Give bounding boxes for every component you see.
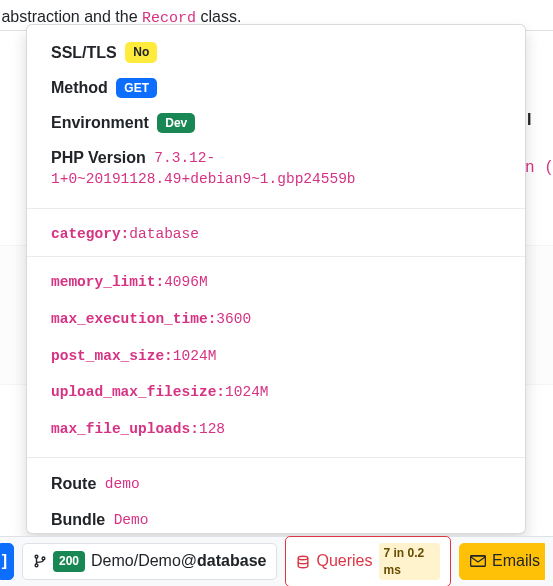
route-value: demo bbox=[105, 476, 140, 492]
ini-value: 3600 bbox=[216, 311, 251, 327]
ssl-label: SSL/TLS bbox=[51, 44, 117, 61]
category-value: database bbox=[129, 226, 199, 242]
status-code-badge: 200 bbox=[53, 551, 85, 572]
svg-point-1 bbox=[35, 564, 38, 567]
php-version-row: PHP Version 7.3.12-1+0~20191128.49+debia… bbox=[51, 148, 501, 190]
queries-button[interactable]: Queries 7 in 0.2 ms bbox=[285, 536, 451, 586]
routing-section: Route demo Bundle Demo Controller Demo A… bbox=[27, 457, 525, 534]
route-path-prefix: Demo/Demo bbox=[91, 552, 181, 569]
route-path-at: @ bbox=[181, 552, 197, 569]
text-fragment: I bbox=[527, 111, 531, 128]
route-row: Route demo bbox=[51, 474, 501, 495]
database-icon bbox=[296, 555, 310, 569]
request-info-popover: SSL/TLS No Method GET Environment Dev PH… bbox=[26, 24, 526, 534]
route-info-button[interactable]: 200 Demo/Demo@database bbox=[22, 543, 277, 579]
environment-row: Environment Dev bbox=[51, 113, 501, 134]
emails-label: Emails bbox=[492, 550, 540, 572]
emails-button[interactable]: Emails bbox=[459, 543, 545, 579]
ini-value: 128 bbox=[199, 421, 225, 437]
route-path-action: database bbox=[197, 552, 266, 569]
method-badge: GET bbox=[116, 78, 157, 99]
background-text-line: I bbox=[527, 111, 553, 131]
environment-badge: Dev bbox=[157, 113, 195, 134]
ini-key: upload_max_filesize: bbox=[51, 384, 225, 400]
ini-key: post_max_size: bbox=[51, 348, 173, 364]
queries-in-text: in bbox=[390, 546, 407, 560]
queries-ms-unit: ms bbox=[384, 563, 401, 577]
ini-row: post_max_size:1024M bbox=[51, 347, 501, 366]
ini-row: max_file_uploads:128 bbox=[51, 420, 501, 439]
ini-value: 4096M bbox=[164, 274, 208, 290]
git-branch-icon bbox=[33, 554, 47, 568]
ini-key: max_file_uploads: bbox=[51, 421, 199, 437]
code-fragment: n ( bbox=[525, 159, 553, 177]
ssl-badge: No bbox=[125, 42, 157, 63]
method-label: Method bbox=[51, 79, 108, 96]
bundle-row: Bundle Demo bbox=[51, 510, 501, 531]
svg-point-2 bbox=[42, 557, 45, 560]
environment-label: Environment bbox=[51, 114, 149, 131]
method-row: Method GET bbox=[51, 78, 501, 99]
ini-row: max_execution_time:3600 bbox=[51, 310, 501, 329]
php-version-label: PHP Version bbox=[51, 149, 146, 166]
category-key: category: bbox=[51, 226, 129, 242]
ssl-row: SSL/TLS No bbox=[51, 43, 501, 64]
debug-toolbar: ] 200 Demo/Demo@database Queries 7 in 0.… bbox=[0, 536, 553, 586]
bracket-icon: ] bbox=[2, 550, 7, 572]
ini-row: memory_limit:4096M bbox=[51, 273, 501, 292]
toolbar-leading-button[interactable]: ] bbox=[0, 543, 14, 579]
envelope-icon bbox=[470, 554, 486, 568]
ini-key: memory_limit: bbox=[51, 274, 164, 290]
ini-value: 1024M bbox=[225, 384, 269, 400]
php-ini-section: memory_limit:4096M max_execution_time:36… bbox=[27, 256, 525, 457]
category-kv: category:database bbox=[51, 225, 501, 244]
request-section: SSL/TLS No Method GET Environment Dev PH… bbox=[27, 25, 525, 208]
svg-point-3 bbox=[299, 556, 309, 560]
ini-value: 1024M bbox=[173, 348, 217, 364]
queries-stats-badge: 7 in 0.2 ms bbox=[379, 543, 440, 581]
queries-ms: 0.2 bbox=[408, 546, 425, 560]
bundle-value: Demo bbox=[114, 512, 149, 528]
background-text-line: n ( bbox=[525, 158, 553, 177]
queries-label: Queries bbox=[316, 550, 372, 572]
text-fragment: class. bbox=[196, 8, 241, 25]
svg-point-0 bbox=[35, 556, 38, 559]
ini-row: upload_max_filesize:1024M bbox=[51, 383, 501, 402]
route-label: Route bbox=[51, 475, 96, 492]
text-fragment: abstraction and the bbox=[0, 8, 142, 25]
bundle-label: Bundle bbox=[51, 511, 105, 528]
ini-key: max_execution_time: bbox=[51, 311, 216, 327]
route-path: Demo/Demo@database bbox=[91, 550, 266, 572]
category-section: category:database bbox=[27, 208, 525, 256]
